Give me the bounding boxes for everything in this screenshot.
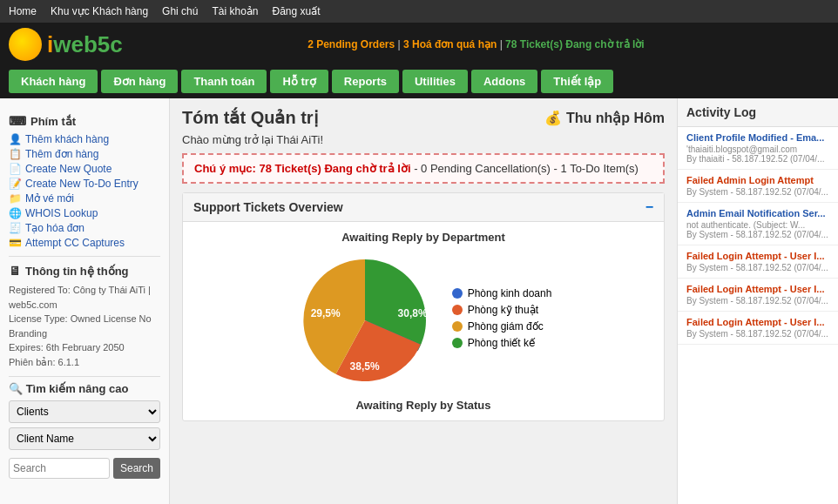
activity-title[interactable]: Admin Email Notification Ser... — [686, 208, 829, 218]
customer-icon: 👤 — [9, 133, 22, 145]
logo-text: iweb5c — [47, 31, 123, 58]
nav-thanh-toan[interactable]: Thanh toán — [181, 70, 267, 93]
pending-orders: 2 Pending Orders — [307, 38, 395, 50]
support-tickets-section: Support Tickets Overview − Awaiting Repl… — [182, 192, 665, 421]
activity-item: Failed Login Attempt - User I... By Syst… — [678, 245, 838, 279]
top-nav: Home Khu vực Khách hàng Ghi chú Tài khoả… — [0, 0, 838, 23]
chart-area: 29,5% 30,8% 38,5% Phòng kinh doanh Phòng… — [192, 251, 655, 390]
shortcut-new-todo[interactable]: 📝 Create New To-Do Entry — [9, 178, 160, 190]
page-title: Tóm tắt Quản trị — [182, 107, 319, 128]
legend-item: Phòng kỹ thuật — [452, 304, 552, 316]
chart-label-38: 38,5% — [350, 360, 380, 373]
main-content: Tóm tắt Quản trị 💰 Thu nhập Hôm Chào mừn… — [170, 98, 677, 504]
legend-dot-red — [452, 305, 463, 315]
nav-ho-tro[interactable]: Hỗ trợ — [270, 70, 328, 93]
todo-icon: 📝 — [9, 178, 22, 190]
activity-meta: By System - 58.187.192.52 (07/04/... — [686, 329, 829, 339]
search-input[interactable] — [9, 458, 110, 479]
shortcuts-title: ⌨ Phím tắt — [9, 114, 160, 128]
alert-box: Chú ý mục: 78 Ticket(s) Đang chờ trả lời… — [182, 153, 665, 184]
sysinfo-content: Registered To: Công ty Thái AiTi | web5c… — [9, 283, 160, 369]
activity-item: Admin Email Notification Ser... not auth… — [678, 203, 838, 245]
shortcut-cc-capture[interactable]: 💳 Attempt CC Captures — [9, 237, 160, 249]
search-icon: 🔍 — [9, 382, 23, 395]
quote-icon: 📄 — [9, 163, 22, 175]
support-section-header: Support Tickets Overview − — [183, 193, 664, 222]
top-nav-ghi-chu[interactable]: Ghi chú — [162, 5, 198, 17]
list-item: 👤 Thêm khách hàng — [9, 133, 160, 145]
list-item: 📋 Thêm đơn hàng — [9, 148, 160, 160]
shortcut-add-order[interactable]: 📋 Thêm đơn hàng — [9, 148, 160, 160]
list-item: 🌐 WHOIS Lookup — [9, 207, 160, 219]
cc-icon: 💳 — [9, 237, 22, 249]
right-panel: Activity Log Client Profile Modified - E… — [677, 98, 838, 504]
search-type-select[interactable]: Clients — [9, 400, 160, 423]
support-section-title: Support Tickets Overview — [193, 200, 343, 214]
top-nav-dang-xuat[interactable]: Đăng xuất — [272, 5, 320, 17]
activity-title-failed[interactable]: Failed Admin Login Attempt — [686, 175, 829, 185]
shortcuts-icon: ⌨ — [9, 114, 26, 128]
logo: iweb5c — [9, 28, 123, 61]
nav-khach-hang[interactable]: Khách hàng — [9, 70, 98, 93]
activity-meta: not authenticate. (Subject: W... — [686, 220, 829, 230]
top-nav-tai-khoan[interactable]: Tài khoản — [212, 5, 258, 17]
chart-label-30: 30,8% — [398, 307, 428, 319]
sysinfo-icon: 🖥 — [9, 264, 21, 278]
activity-title-failed[interactable]: Failed Login Attempt - User I... — [686, 284, 829, 294]
logo-icon — [9, 28, 42, 61]
legend-item: Phòng giám đốc — [452, 320, 552, 333]
ticket-icon: 📁 — [9, 192, 22, 205]
legend-item: Phòng thiết kế — [452, 337, 552, 349]
main-nav: Khách hàng Đơn hàng Thanh toán Hỗ trợ Re… — [0, 66, 838, 98]
shortcut-new-ticket[interactable]: 📁 Mở vé mới — [9, 192, 160, 205]
sysinfo-title: 🖥 Thông tin hệ thống — [9, 264, 160, 278]
activity-title-failed[interactable]: Failed Login Attempt - User I... — [686, 251, 829, 261]
page-header: Tóm tắt Quản trị 💰 Thu nhập Hôm — [182, 107, 665, 128]
activity-item: Failed Login Attempt - User I... By Syst… — [678, 279, 838, 312]
alert-todos: 1 To-Do Item(s) — [561, 162, 639, 175]
nav-don-hang[interactable]: Đơn hàng — [101, 70, 178, 93]
support-section-body: Awaiting Reply by Department — [183, 222, 664, 420]
shortcut-new-quote[interactable]: 📄 Create New Quote — [9, 163, 160, 175]
content-area: ⌨ Phím tắt 👤 Thêm khách hàng 📋 Thêm đơn … — [0, 98, 838, 504]
minimize-button[interactable]: − — [645, 200, 653, 214]
nav-thiet-lap[interactable]: Thiết lập — [541, 70, 613, 93]
activity-item: Failed Login Attempt - User I... By Syst… — [678, 312, 838, 345]
nav-reports[interactable]: Reports — [332, 70, 399, 93]
order-icon: 📋 — [9, 148, 22, 160]
legend-dot-orange — [452, 321, 463, 332]
list-item: 📄 Create New Quote — [9, 163, 160, 175]
legend-dot-blue — [452, 288, 463, 299]
activity-meta: By System - 58.187.192.52 (07/04/... — [686, 187, 829, 197]
nav-addons[interactable]: Addons — [471, 70, 537, 93]
shortcut-whois[interactable]: 🌐 WHOIS Lookup — [9, 207, 160, 219]
activity-title-failed[interactable]: Failed Login Attempt - User I... — [686, 317, 829, 327]
activity-item: Failed Admin Login Attempt By System - 5… — [678, 170, 838, 203]
pie-chart: 29,5% 30,8% 38,5% — [295, 251, 435, 390]
list-item: 📝 Create New To-Do Entry — [9, 178, 160, 190]
invoice-icon: 🧾 — [9, 222, 22, 234]
activity-meta2: By System - 58.187.192.52 (07/04/... — [686, 230, 829, 239]
activity-item: Client Profile Modified - Ema... 'thaiai… — [678, 127, 838, 170]
divider — [9, 256, 160, 257]
legend-item: Phòng kinh doanh — [452, 287, 552, 299]
alert-tickets[interactable]: 78 Ticket(s) Đang chờ trả lời — [259, 162, 410, 175]
shortcut-invoice[interactable]: 🧾 Tạo hóa đơn — [9, 222, 160, 234]
alert-label: Chú ý mục: — [194, 162, 256, 175]
sidebar: ⌨ Phím tắt 👤 Thêm khách hàng 📋 Thêm đơn … — [0, 98, 170, 504]
search-button[interactable]: Search — [113, 458, 160, 479]
activity-title[interactable]: Client Profile Modified - Ema... — [686, 132, 829, 143]
shortcuts-list: 👤 Thêm khách hàng 📋 Thêm đơn hàng 📄 Crea… — [9, 133, 160, 249]
activity-meta: By System - 58.187.192.52 (07/04/... — [686, 296, 829, 306]
overdue-invoices: 3 Hoá đơn quá hạn — [403, 38, 497, 50]
nav-utilities[interactable]: Utilities — [402, 70, 468, 93]
chart-title2: Awaiting Reply by Status — [192, 399, 655, 412]
search-field-select[interactable]: Client Name — [9, 427, 160, 450]
shortcut-add-customer[interactable]: 👤 Thêm khách hàng — [9, 133, 160, 145]
activity-meta: 'thaiaiti.blogspot@gmail.com — [686, 144, 829, 154]
activity-meta2: By thaiaiti - 58.187.192.52 (07/04/... — [686, 154, 829, 164]
list-item: 💳 Attempt CC Captures — [9, 237, 160, 249]
search-title: 🔍 Tìm kiếm nâng cao — [9, 382, 160, 395]
top-nav-khu-vuc[interactable]: Khu vực Khách hàng — [51, 5, 148, 17]
top-nav-home[interactable]: Home — [9, 5, 37, 17]
